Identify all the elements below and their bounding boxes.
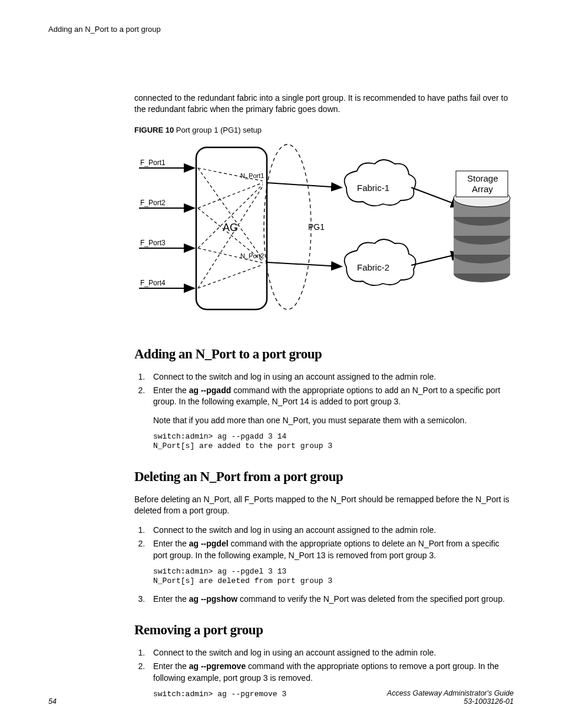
figure-caption-text: Port group 1 (PG1) setup xyxy=(176,126,262,134)
page-header: Adding an N_Port to a port group xyxy=(48,25,514,34)
page-footer: 54 Access Gateway Administrator's Guide … xyxy=(48,689,514,706)
del-step-3-cmd: ag --pgshow xyxy=(189,594,237,604)
storage-array-icon: Storage Array xyxy=(454,171,510,282)
add-step-2: Enter the ag --pgadd command with the ap… xyxy=(147,385,514,451)
fport3-label: F_Port3 xyxy=(140,239,166,247)
add-step-2-cmd: ag --pgadd xyxy=(189,386,232,395)
add-step-2-note: Note that if you add more than one N_Por… xyxy=(153,415,514,426)
del-step-1-text: Connect to the switch and log in using a… xyxy=(153,525,436,535)
page-number: 54 xyxy=(48,697,57,706)
fabric1-label: Fabric-1 xyxy=(357,183,389,193)
pg1-label: PG1 xyxy=(308,222,325,232)
svg-line-12 xyxy=(198,265,263,288)
storage-label-1: Storage xyxy=(467,173,498,183)
rem-step-2-pre: Enter the xyxy=(153,661,189,671)
add-step-2-pre: Enter the xyxy=(153,386,189,395)
ag-label: AG xyxy=(223,222,238,233)
section-del-title: Deleting an N_Port from a port group xyxy=(134,469,514,485)
del-step-3-pre: Enter the xyxy=(153,594,189,604)
svg-line-15 xyxy=(267,262,340,266)
figure-caption: FIGURE 10 Port group 1 (PG1) setup xyxy=(134,126,514,134)
rem-step-1: Connect to the switch and log in using a… xyxy=(147,647,514,658)
del-step-3-post: command to verify the N_Port was deleted… xyxy=(237,594,505,604)
add-step-1-text: Connect to the switch and log in using a… xyxy=(153,372,436,381)
svg-line-9 xyxy=(198,168,263,259)
del-code: switch:admin> ag --pgdel 3 13 N_Port[s] … xyxy=(153,567,514,587)
nport2-label: N_Port2 xyxy=(240,252,264,259)
svg-line-6 xyxy=(198,183,263,208)
fport2-label: F_Port2 xyxy=(140,199,166,207)
fabric1-cloud: Fabric-1 xyxy=(345,160,416,206)
svg-line-8 xyxy=(198,186,263,288)
figure-diagram: F_Port1 F_Port2 F_Port3 F_Port4 AG xyxy=(134,141,514,314)
rem-step-1-text: Connect to the switch and log in using a… xyxy=(153,648,436,657)
intro-paragraph: connected to the redundant fabric into a… xyxy=(134,93,514,115)
storage-label-2: Array xyxy=(472,184,493,194)
del-step-1: Connect to the switch and log in using a… xyxy=(147,525,514,536)
footer-docnum: 53-1003126-01 xyxy=(387,697,514,706)
svg-point-13 xyxy=(264,144,311,309)
del-prelude: Before deleting an N_Port, all F_Ports m… xyxy=(134,494,514,517)
fabric2-label: Fabric-2 xyxy=(357,262,389,272)
fabric2-cloud: Fabric-2 xyxy=(345,239,416,285)
figure-label: FIGURE 10 xyxy=(134,126,174,134)
section-rem-title: Removing a port group xyxy=(134,622,514,638)
del-step-2: Enter the ag --pgdel command with the ap… xyxy=(147,538,514,586)
add-code: switch:admin> ag --pgadd 3 14 N_Port[s] … xyxy=(153,432,514,452)
footer-title: Access Gateway Administrator's Guide xyxy=(387,689,514,697)
section-add-title: Adding an N_Port to a port group xyxy=(134,347,514,362)
del-step-3: Enter the ag --pgshow command to verify … xyxy=(147,594,514,605)
nport1-label: N_Port1 xyxy=(240,172,264,179)
rem-step-2-cmd: ag --pgremove xyxy=(189,661,246,671)
add-step-1: Connect to the switch and log in using a… xyxy=(147,371,514,383)
fport4-label: F_Port4 xyxy=(140,279,166,287)
svg-line-14 xyxy=(267,183,340,187)
fport1-label: F_Port1 xyxy=(140,159,166,167)
del-step-2-cmd: ag --pgdel xyxy=(189,539,229,548)
del-step-2-pre: Enter the xyxy=(153,539,189,548)
